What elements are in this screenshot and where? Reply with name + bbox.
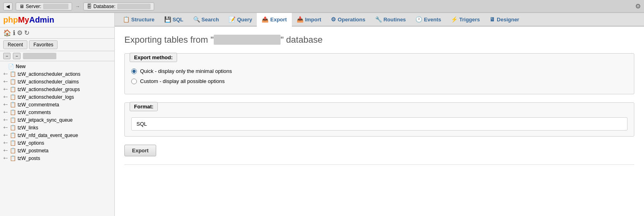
designer-icon: 🖥: [489, 16, 495, 23]
operations-icon: ⚙: [331, 16, 336, 23]
refresh-button[interactable]: ↻: [24, 29, 29, 37]
info-button[interactable]: ℹ: [13, 29, 15, 37]
tree-toggle: +−: [3, 72, 8, 76]
export-label: Export: [270, 17, 287, 23]
table-icon: 📋: [10, 102, 16, 108]
tab-routines[interactable]: 🔧 Routines: [370, 13, 411, 27]
import-label: Import: [305, 17, 321, 23]
table-name: tzW_options: [18, 140, 44, 146]
favorites-tab[interactable]: Favorites: [29, 40, 58, 49]
table-icon: 📋: [10, 140, 16, 146]
database-value: [117, 4, 151, 9]
home-button[interactable]: 🏠: [3, 29, 11, 37]
logo-php: php: [3, 15, 18, 24]
collapse-all-button[interactable]: −: [3, 53, 10, 59]
sidebar-controls: − −: [0, 51, 114, 61]
sidebar: phpMyAdmin 🏠 ℹ ⚙ ↻ Recent Favorites − − …: [0, 13, 115, 216]
custom-option[interactable]: Custom - display all possible options: [131, 78, 627, 84]
table-row[interactable]: +− 📋 tzW_jetpack_sync_queue: [0, 116, 114, 124]
tab-structure[interactable]: 📋 Structure: [118, 13, 159, 27]
tab-export[interactable]: 📤 Export: [257, 13, 291, 27]
export-icon: 📤: [262, 16, 268, 23]
table-row[interactable]: +− 📋 tzW_actionscheduler_logs: [0, 93, 114, 101]
sidebar-icons: 🏠 ℹ ⚙ ↻: [0, 27, 114, 39]
table-name: tzW_actionscheduler_claims: [18, 79, 79, 85]
table-row[interactable]: +− 📋 tzW_links: [0, 124, 114, 131]
tree-toggle: +−: [3, 102, 8, 107]
table-name: tzW_posts: [18, 156, 40, 161]
new-table-item[interactable]: 📄 New: [0, 63, 114, 70]
query-icon: 📝: [229, 16, 235, 23]
tree-toggle: +−: [3, 95, 8, 99]
database-breadcrumb: 🗄 Database:: [83, 2, 154, 10]
tab-search[interactable]: 🔍 Search: [188, 13, 224, 27]
recent-tab[interactable]: Recent: [3, 40, 27, 49]
operations-label: Operations: [338, 17, 365, 23]
table-row[interactable]: +− 📋 tzW_nfd_data_event_queue: [0, 131, 114, 139]
top-bar: ◀ 🖥 Server: → 🗄 Database: ⚙: [0, 0, 644, 13]
table-row[interactable]: +− 📋 tzW_commentmeta: [0, 101, 114, 108]
server-label: Server:: [26, 4, 41, 9]
table-name: tzW_postmeta: [18, 148, 49, 154]
tab-designer[interactable]: 🖥 Designer: [485, 13, 524, 27]
collapse-button[interactable]: −: [13, 53, 20, 59]
tree-toggle: +−: [3, 125, 8, 130]
table-icon: 📋: [10, 117, 16, 123]
main-layout: phpMyAdmin 🏠 ℹ ⚙ ↻ Recent Favorites − − …: [0, 13, 644, 216]
table-icon: 📋: [10, 155, 16, 161]
table-icon: 📋: [10, 125, 16, 131]
table-row[interactable]: +− 📋 tzW_actionscheduler_groups: [0, 85, 114, 93]
table-row[interactable]: +− 📋 tzW_actionscheduler_actions: [0, 70, 114, 78]
table-list: +− 📋 tzW_actionscheduler_actions +− 📋 tz…: [0, 70, 114, 162]
table-name: tzW_actionscheduler_groups: [18, 87, 80, 92]
export-button[interactable]: Export: [124, 145, 156, 156]
title-suffix: " database: [281, 35, 322, 45]
back-button[interactable]: ◀: [3, 2, 12, 10]
routines-icon: 🔧: [375, 16, 382, 23]
events-icon: 🕐: [415, 16, 422, 23]
export-method-legend: Export method:: [130, 53, 177, 62]
tab-triggers[interactable]: ⚡ Triggers: [446, 13, 485, 27]
table-icon: 📋: [10, 132, 16, 138]
custom-radio[interactable]: [131, 79, 137, 84]
table-name: tzW_commentmeta: [18, 102, 59, 108]
table-row[interactable]: +− 📋 tzW_posts: [0, 154, 114, 162]
page-title: Exporting tables from " " database: [124, 35, 634, 45]
custom-label: Custom - display all possible options: [140, 78, 225, 84]
content-area: 📋 Structure 💾 SQL 🔍 Search 📝 Query 📤 Exp…: [115, 13, 644, 216]
triggers-icon: ⚡: [451, 16, 458, 23]
tree-toggle: +−: [3, 148, 8, 153]
table-name: tzW_jetpack_sync_queue: [18, 117, 73, 123]
tree-toggle: +−: [3, 79, 8, 84]
breadcrumb-arrow: →: [75, 4, 80, 9]
tree-toggle: +−: [3, 87, 8, 91]
search-label: Search: [202, 17, 219, 23]
table-name: tzW_links: [18, 125, 38, 131]
tab-sql[interactable]: 💾 SQL: [159, 13, 188, 27]
table-row[interactable]: +− 📋 tzW_options: [0, 139, 114, 147]
format-select[interactable]: SQL CSV JSON XML: [131, 117, 627, 131]
tab-events[interactable]: 🕐 Events: [411, 13, 446, 27]
table-row[interactable]: +− 📋 tzW_comments: [0, 108, 114, 116]
sidebar-tree: 📄 New +− 📋 tzW_actionscheduler_actions +…: [0, 61, 114, 216]
settings-sidebar-button[interactable]: ⚙: [17, 29, 23, 37]
query-label: Query: [237, 17, 252, 23]
table-name: tzW_comments: [18, 110, 51, 115]
sql-label: SQL: [173, 17, 184, 23]
structure-label: Structure: [131, 17, 155, 23]
table-row[interactable]: +− 📋 tzW_actionscheduler_claims: [0, 78, 114, 85]
new-label: New: [16, 64, 26, 69]
search-icon: 🔍: [193, 16, 200, 23]
quick-radio[interactable]: [131, 69, 137, 74]
sidebar-header: phpMyAdmin: [0, 13, 114, 27]
tab-operations[interactable]: ⚙ Operations: [326, 13, 370, 27]
tree-toggle: +−: [3, 118, 8, 122]
export-method-content: Quick - display only the minimal options…: [125, 62, 634, 94]
table-row[interactable]: +− 📋 tzW_postmeta: [0, 147, 114, 154]
settings-button[interactable]: ⚙: [635, 2, 641, 10]
tab-import[interactable]: 📥 Import: [292, 13, 326, 27]
logo-admin: Admin: [29, 15, 54, 24]
quick-option[interactable]: Quick - display only the minimal options: [131, 68, 627, 74]
tab-query[interactable]: 📝 Query: [224, 13, 257, 27]
table-name: tzW_nfd_data_event_queue: [18, 133, 78, 138]
